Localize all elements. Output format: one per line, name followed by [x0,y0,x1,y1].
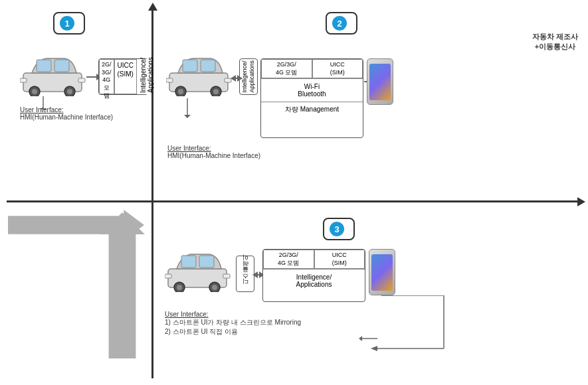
svg-rect-2 [54,60,69,72]
tech-box-q2: 2G/3G/4G 모뎀 UICC(SIM) Wi-FiBluetooth 차량 … [260,58,363,138]
svg-rect-7 [20,78,27,82]
svg-point-15 [178,89,183,94]
svg-point-28 [212,285,217,290]
car-q1 [20,53,86,96]
section-1-box: 1 [53,12,85,35]
section-3-number: 3 [330,222,344,236]
svg-rect-30 [223,274,230,278]
phone-q2 [367,58,393,105]
arrow-q2-ui [181,98,194,118]
svg-marker-33 [371,346,377,351]
svg-rect-23 [181,256,196,268]
horizontal-axis [7,200,581,202]
svg-rect-18 [166,78,173,82]
section-2-number: 2 [332,16,347,31]
ui-label-q3: User Interface: 1) 스마트폰 UI가 차량 내 스크린으로 M… [165,311,301,337]
car-q3 [165,249,231,292]
arrow-q3-connector [371,295,450,355]
svg-point-4 [32,89,37,94]
arrow-q3-ui-end [359,334,379,344]
svg-marker-21 [184,115,191,118]
section-3-box: 3 [323,218,355,240]
tech-box-q3: 2G/3G/4G 모뎀 UICC(SIM) Intelligence/Appli… [262,249,365,302]
ui-label-q2: User Interface:HMI(Human-Machine Interfa… [167,145,260,159]
quad-title-tr: 자동차 제조사+이동통신사 [532,32,578,52]
tech-box-q1: 2G/3G/4G모뎀 UICC(SIM) Intelligence/Applic… [98,58,148,95]
svg-marker-36 [359,336,362,341]
hmi-box-q3: 디스플레이 [236,256,254,292]
svg-rect-8 [78,78,85,82]
svg-rect-24 [199,256,214,268]
dbl-arrow-q3 [256,274,261,275]
svg-point-6 [67,89,72,94]
svg-marker-10 [40,108,47,110]
phone-q3 [369,249,395,295]
arrow-q2-phone [364,81,367,82]
section-2-box: 2 [326,12,357,35]
svg-rect-13 [201,60,215,72]
ui-label-q1: User Interface:HMI(Human-Machine Interfa… [20,106,113,121]
section-1-number: 1 [60,16,74,31]
svg-point-17 [213,89,219,94]
svg-rect-29 [165,274,171,278]
dbl-arrow-q2 [234,78,239,79]
arrow-q1 [86,76,98,78]
arrow-q1-ui [37,96,50,110]
svg-rect-1 [37,60,51,72]
car-integration-arrow [100,212,145,358]
svg-point-26 [177,285,182,290]
car-q2 [166,53,233,96]
svg-rect-12 [183,60,197,72]
